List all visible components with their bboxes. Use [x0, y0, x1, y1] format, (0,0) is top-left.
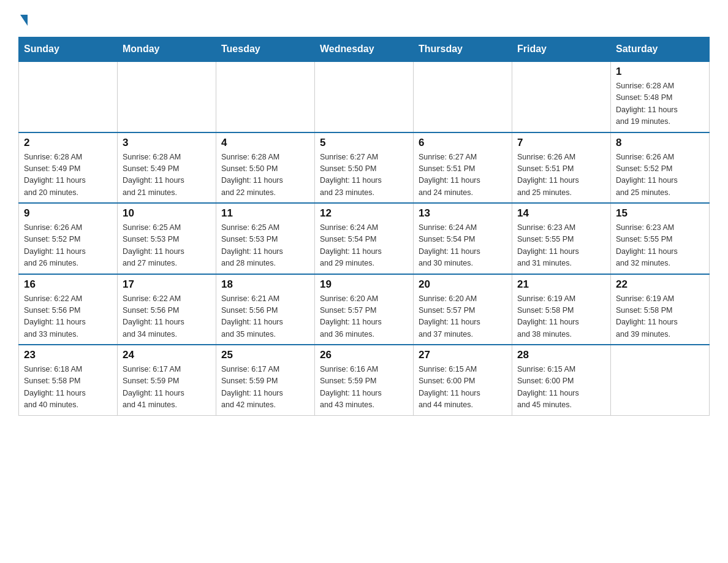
day-info: Sunrise: 6:16 AM Sunset: 5:59 PM Dayligh… — [320, 364, 408, 412]
day-number: 19 — [320, 278, 408, 291]
weekday-header-monday: Monday — [118, 37, 216, 62]
day-number: 6 — [419, 137, 507, 149]
day-info: Sunrise: 6:26 AM Sunset: 5:52 PM Dayligh… — [24, 222, 112, 270]
day-info: Sunrise: 6:22 AM Sunset: 5:56 PM Dayligh… — [24, 293, 112, 341]
day-info: Sunrise: 6:15 AM Sunset: 6:00 PM Dayligh… — [517, 364, 605, 412]
day-info: Sunrise: 6:24 AM Sunset: 5:54 PM Dayligh… — [320, 222, 408, 270]
weekday-header-friday: Friday — [512, 37, 611, 62]
day-info: Sunrise: 6:22 AM Sunset: 5:56 PM Dayligh… — [123, 293, 211, 341]
calendar-cell: 5Sunrise: 6:27 AM Sunset: 5:50 PM Daylig… — [315, 132, 414, 204]
day-number: 21 — [517, 278, 605, 291]
calendar-cell: 22Sunrise: 6:19 AM Sunset: 5:58 PM Dayli… — [611, 274, 710, 345]
day-number: 24 — [123, 349, 211, 361]
day-number: 28 — [517, 349, 605, 361]
calendar-cell: 6Sunrise: 6:27 AM Sunset: 5:51 PM Daylig… — [414, 132, 512, 204]
calendar-cell: 20Sunrise: 6:20 AM Sunset: 5:57 PM Dayli… — [414, 274, 512, 345]
day-info: Sunrise: 6:19 AM Sunset: 5:58 PM Dayligh… — [517, 293, 605, 341]
day-number: 16 — [24, 278, 112, 291]
calendar-cell: 21Sunrise: 6:19 AM Sunset: 5:58 PM Dayli… — [512, 274, 611, 345]
day-info: Sunrise: 6:15 AM Sunset: 6:00 PM Dayligh… — [419, 364, 507, 412]
day-number: 27 — [419, 349, 507, 361]
day-number: 12 — [320, 207, 408, 220]
calendar-cell: 11Sunrise: 6:25 AM Sunset: 5:53 PM Dayli… — [216, 203, 315, 274]
day-info: Sunrise: 6:21 AM Sunset: 5:56 PM Dayligh… — [221, 293, 309, 341]
calendar-cell: 18Sunrise: 6:21 AM Sunset: 5:56 PM Dayli… — [216, 274, 315, 345]
day-number: 17 — [123, 278, 211, 291]
calendar-cell: 28Sunrise: 6:15 AM Sunset: 6:00 PM Dayli… — [512, 345, 611, 415]
day-info: Sunrise: 6:26 AM Sunset: 5:51 PM Dayligh… — [517, 151, 605, 199]
calendar-cell — [216, 61, 315, 132]
day-number: 23 — [24, 349, 112, 361]
day-number: 22 — [616, 278, 704, 291]
calendar-cell: 19Sunrise: 6:20 AM Sunset: 5:57 PM Dayli… — [315, 274, 414, 345]
calendar-cell: 25Sunrise: 6:17 AM Sunset: 5:59 PM Dayli… — [216, 345, 315, 415]
day-info: Sunrise: 6:23 AM Sunset: 5:55 PM Dayligh… — [517, 222, 605, 270]
day-info: Sunrise: 6:27 AM Sunset: 5:50 PM Dayligh… — [320, 151, 408, 199]
week-row-1: 1Sunrise: 6:28 AM Sunset: 5:48 PM Daylig… — [19, 61, 710, 132]
calendar-cell — [512, 61, 611, 132]
day-number: 15 — [616, 207, 704, 220]
day-number: 13 — [419, 207, 507, 220]
weekday-header-tuesday: Tuesday — [216, 37, 315, 62]
calendar-cell: 1Sunrise: 6:28 AM Sunset: 5:48 PM Daylig… — [611, 61, 710, 132]
day-info: Sunrise: 6:19 AM Sunset: 5:58 PM Dayligh… — [616, 293, 704, 341]
day-number: 7 — [517, 137, 605, 149]
calendar-cell — [611, 345, 710, 415]
calendar-cell: 9Sunrise: 6:26 AM Sunset: 5:52 PM Daylig… — [19, 203, 118, 274]
day-number: 5 — [320, 137, 408, 149]
calendar-cell: 13Sunrise: 6:24 AM Sunset: 5:54 PM Dayli… — [414, 203, 512, 274]
day-info: Sunrise: 6:17 AM Sunset: 5:59 PM Dayligh… — [123, 364, 211, 412]
day-info: Sunrise: 6:26 AM Sunset: 5:52 PM Dayligh… — [616, 151, 704, 199]
day-info: Sunrise: 6:28 AM Sunset: 5:48 PM Dayligh… — [616, 80, 704, 128]
calendar-cell — [19, 61, 118, 132]
calendar-cell: 15Sunrise: 6:23 AM Sunset: 5:55 PM Dayli… — [611, 203, 710, 274]
day-info: Sunrise: 6:18 AM Sunset: 5:58 PM Dayligh… — [24, 364, 112, 412]
day-number: 11 — [221, 207, 309, 220]
logo-top — [18, 12, 28, 26]
page-header — [18, 12, 710, 26]
calendar-cell: 16Sunrise: 6:22 AM Sunset: 5:56 PM Dayli… — [19, 274, 118, 345]
day-number: 14 — [517, 207, 605, 220]
calendar-cell — [118, 61, 216, 132]
day-number: 8 — [616, 137, 704, 149]
day-info: Sunrise: 6:17 AM Sunset: 5:59 PM Dayligh… — [221, 364, 309, 412]
calendar-cell — [414, 61, 512, 132]
day-info: Sunrise: 6:20 AM Sunset: 5:57 PM Dayligh… — [320, 293, 408, 341]
day-number: 9 — [24, 207, 112, 220]
day-info: Sunrise: 6:28 AM Sunset: 5:49 PM Dayligh… — [24, 151, 112, 199]
day-info: Sunrise: 6:25 AM Sunset: 5:53 PM Dayligh… — [123, 222, 211, 270]
calendar-cell: 24Sunrise: 6:17 AM Sunset: 5:59 PM Dayli… — [118, 345, 216, 415]
weekday-header-row: SundayMondayTuesdayWednesdayThursdayFrid… — [19, 37, 710, 62]
week-row-3: 9Sunrise: 6:26 AM Sunset: 5:52 PM Daylig… — [19, 203, 710, 274]
day-info: Sunrise: 6:24 AM Sunset: 5:54 PM Dayligh… — [419, 222, 507, 270]
day-info: Sunrise: 6:27 AM Sunset: 5:51 PM Dayligh… — [419, 151, 507, 199]
logo — [18, 12, 28, 26]
calendar-cell: 8Sunrise: 6:26 AM Sunset: 5:52 PM Daylig… — [611, 132, 710, 204]
calendar-cell: 27Sunrise: 6:15 AM Sunset: 6:00 PM Dayli… — [414, 345, 512, 415]
calendar-cell: 17Sunrise: 6:22 AM Sunset: 5:56 PM Dayli… — [118, 274, 216, 345]
weekday-header-sunday: Sunday — [19, 37, 118, 62]
calendar-cell: 14Sunrise: 6:23 AM Sunset: 5:55 PM Dayli… — [512, 203, 611, 274]
weekday-header-saturday: Saturday — [611, 37, 710, 62]
logo-arrow-icon — [20, 15, 28, 26]
day-number: 10 — [123, 207, 211, 220]
day-info: Sunrise: 6:20 AM Sunset: 5:57 PM Dayligh… — [419, 293, 507, 341]
day-number: 25 — [221, 349, 309, 361]
day-number: 26 — [320, 349, 408, 361]
calendar-cell: 3Sunrise: 6:28 AM Sunset: 5:49 PM Daylig… — [118, 132, 216, 204]
calendar-table: SundayMondayTuesdayWednesdayThursdayFrid… — [18, 37, 710, 416]
week-row-4: 16Sunrise: 6:22 AM Sunset: 5:56 PM Dayli… — [19, 274, 710, 345]
day-number: 2 — [24, 137, 112, 149]
day-info: Sunrise: 6:25 AM Sunset: 5:53 PM Dayligh… — [221, 222, 309, 270]
day-number: 4 — [221, 137, 309, 149]
day-info: Sunrise: 6:23 AM Sunset: 5:55 PM Dayligh… — [616, 222, 704, 270]
week-row-5: 23Sunrise: 6:18 AM Sunset: 5:58 PM Dayli… — [19, 345, 710, 415]
day-number: 3 — [123, 137, 211, 149]
weekday-header-wednesday: Wednesday — [315, 37, 414, 62]
week-row-2: 2Sunrise: 6:28 AM Sunset: 5:49 PM Daylig… — [19, 132, 710, 204]
calendar-cell: 12Sunrise: 6:24 AM Sunset: 5:54 PM Dayli… — [315, 203, 414, 274]
day-number: 18 — [221, 278, 309, 291]
calendar-cell: 26Sunrise: 6:16 AM Sunset: 5:59 PM Dayli… — [315, 345, 414, 415]
day-number: 1 — [616, 66, 704, 78]
calendar-cell: 4Sunrise: 6:28 AM Sunset: 5:50 PM Daylig… — [216, 132, 315, 204]
